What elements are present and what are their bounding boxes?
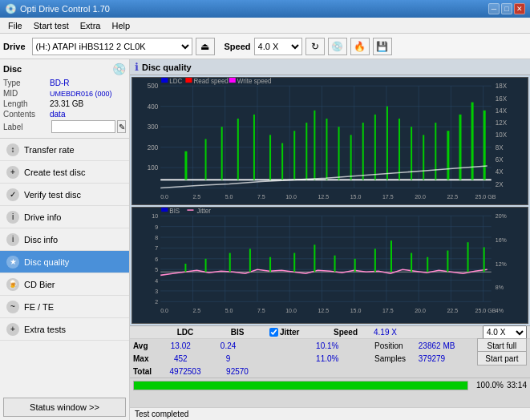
svg-rect-124 [334,256,336,273]
svg-text:Jitter: Jitter [196,208,211,215]
speed-select-stats[interactable]: 4.0 X [483,325,527,340]
save-button[interactable]: 💾 [373,38,392,55]
svg-text:4: 4 [155,278,158,285]
speed-select[interactable]: 4.0 X [254,38,302,55]
nav-extra-tests[interactable]: + Extra tests [0,318,129,341]
stats-header-row: LDC BIS Jitter Speed 4.19 X 4.0 X [130,326,530,339]
svg-text:17.5: 17.5 [382,194,394,200]
burn-button[interactable]: 🔥 [350,38,370,55]
extra-tests-icon: + [6,323,19,336]
svg-rect-49 [293,131,295,180]
status-text: Test completed [135,410,188,418]
drive-info-icon: i [6,211,19,224]
disc-button[interactable]: 💿 [328,38,347,55]
eject-button[interactable]: ⏏ [196,38,215,55]
status-window-button[interactable]: Status window >> [3,398,126,417]
position-label: Position [374,341,419,350]
bis-chart-svg: 10 9 8 7 6 5 4 3 2 20% 16% 12% 8% 4% 0 [132,208,528,323]
svg-text:17.5: 17.5 [382,308,394,314]
nav-create-test-disc[interactable]: + Create test disc [0,161,129,184]
charts-area: 500 400 300 200 100 18X 16X 14X 12X 10X … [130,75,530,325]
progress-bar-bg [133,381,468,390]
svg-rect-45 [237,119,239,180]
disc-quality-header: ℹ Disc quality [130,59,530,75]
content-panel: ℹ Disc quality [130,59,530,420]
total-ldc: 4972503 [157,367,213,376]
nav-disc-quality[interactable]: ★ Disc quality [0,251,129,273]
svg-text:8%: 8% [496,285,504,291]
svg-text:20.0: 20.0 [415,194,426,200]
speed-val-header: 4.19 X [374,328,430,337]
app-title: Opti Drive Control 1.70 [20,4,110,14]
close-button[interactable]: ✕ [514,3,525,14]
maximize-button[interactable]: □ [501,3,512,14]
menu-extra[interactable]: Extra [75,19,106,32]
nav-transfer-rate[interactable]: ↕ Transfer rate [0,139,129,161]
progress-time: 33:14 [507,381,527,390]
nav-drive-info-label: Drive info [24,212,61,222]
avg-jitter: 10.1% [316,341,374,350]
svg-text:15.0: 15.0 [350,308,362,314]
type-key: Type [3,79,50,87]
disc-label-input[interactable] [51,120,115,133]
svg-rect-65 [483,111,486,180]
svg-rect-42 [184,151,187,180]
avg-row: Avg 13.02 0.24 10.1% Position 23862 MB S… [130,339,530,352]
svg-rect-130 [447,250,448,272]
sidebar: Disc 💿 Type BD-R MID UMEBDR016 (000) Len… [0,59,130,420]
svg-rect-121 [269,257,271,273]
avg-bis: 0.24 [206,341,250,350]
menu-file[interactable]: File [3,19,27,32]
nav-fe-te[interactable]: ~ FE / TE [0,296,129,318]
svg-text:0.0: 0.0 [160,194,168,200]
contents-key: Contents [3,110,50,119]
svg-text:6: 6 [155,256,158,263]
svg-text:Read speed: Read speed [193,78,228,85]
svg-rect-51 [314,111,315,180]
nav-verify-test-disc[interactable]: ✓ Verify test disc [0,184,129,206]
transfer-rate-icon: ↕ [6,143,19,156]
label-edit-button[interactable]: ✎ [117,120,126,133]
stats-area: LDC BIS Jitter Speed 4.19 X 4.0 X Avg 13… [130,325,530,407]
create-test-disc-icon: + [6,166,19,179]
menu-help[interactable]: Help [107,19,135,32]
svg-text:5.0: 5.0 [225,194,233,200]
svg-text:2X: 2X [496,180,504,188]
svg-rect-44 [221,127,223,180]
cd-bier-icon: 🍺 [6,278,19,291]
svg-text:4X: 4X [496,168,504,176]
nav-cd-bier[interactable]: 🍺 CD Bier [0,273,129,296]
nav-disc-info-label: Disc info [24,235,58,244]
svg-rect-62 [447,131,449,180]
total-label: Total [133,367,157,376]
minimize-button[interactable]: ─ [488,3,500,14]
jitter-checkbox[interactable] [269,328,278,337]
svg-text:3: 3 [155,289,158,295]
svg-rect-48 [281,143,283,180]
svg-rect-132 [483,247,485,272]
menu-start-test[interactable]: Start test [29,19,74,32]
svg-rect-131 [467,242,469,272]
bis-chart: 10 9 8 7 6 5 4 3 2 20% 16% 12% 8% 4% 0 [131,207,528,324]
jitter-header: Jitter [280,328,299,337]
svg-text:2.5: 2.5 [192,194,200,200]
disc-label: Disc [3,64,22,74]
svg-text:12X: 12X [496,119,508,127]
refresh-button[interactable]: ↻ [305,38,325,55]
svg-text:10: 10 [152,213,158,220]
nav-disc-info[interactable]: i Disc info [0,228,129,251]
type-val: BD-R [50,79,69,87]
avg-label: Avg [133,341,155,350]
svg-text:LDC: LDC [169,78,182,85]
nav-drive-info[interactable]: i Drive info [0,206,129,228]
svg-text:25.0 GB: 25.0 GB [475,194,496,200]
svg-text:7.5: 7.5 [257,194,265,200]
svg-text:500: 500 [148,83,159,90]
svg-rect-56 [374,115,376,180]
speed-label: Speed [225,42,251,51]
svg-rect-117 [184,264,186,272]
max-jitter: 11.0% [316,354,374,363]
drive-label: Drive [3,42,26,51]
start-part-button[interactable]: Start part [477,351,527,365]
drive-select[interactable]: (H:) ATAPI iHBS112 2 CL0K [32,38,192,55]
